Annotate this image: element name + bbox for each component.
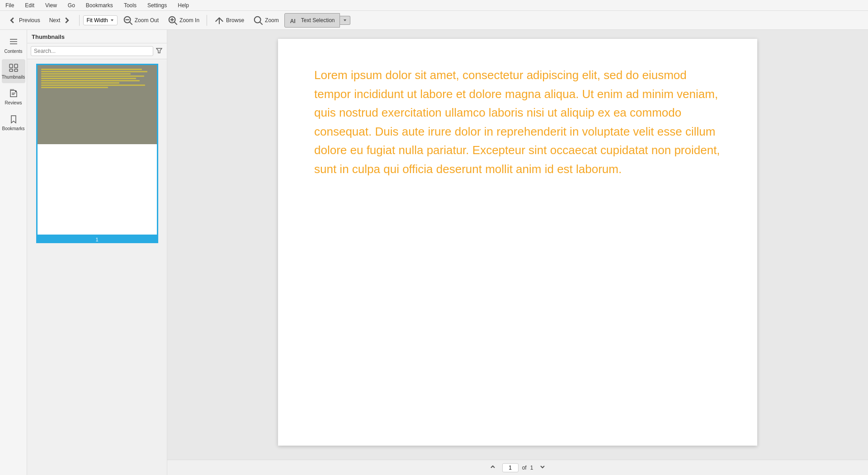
document-page: Lorem ipsum dolor sit amet, consectetur … xyxy=(278,39,757,446)
text-selection-group: AI Text Selection xyxy=(284,13,350,28)
main-layout: Contents Thumbnails Reviews xyxy=(0,30,868,475)
svg-point-22 xyxy=(15,90,17,92)
next-button[interactable]: Next xyxy=(46,14,76,27)
filter-icon xyxy=(156,47,162,54)
zoom-out-icon xyxy=(123,15,133,25)
next-label: Next xyxy=(49,17,61,24)
svg-text:AI: AI xyxy=(290,18,295,24)
thumbnail-line xyxy=(41,85,146,86)
text-selection-label: Text Selection xyxy=(301,17,335,24)
page-up-icon xyxy=(490,464,496,470)
thumbnail-page xyxy=(38,65,157,235)
reviews-icon xyxy=(9,89,19,99)
svg-line-5 xyxy=(175,22,177,25)
dropdown-chevron-icon xyxy=(343,18,347,23)
zoom-out-button[interactable]: Zoom Out xyxy=(119,14,162,27)
thumbnail-line xyxy=(41,71,148,72)
thumbnails-panel: Thumbnails xyxy=(27,30,167,475)
reviews-label: Reviews xyxy=(5,100,22,105)
thumbnail-wrapper xyxy=(36,64,158,236)
separator-1 xyxy=(79,15,80,26)
zoom-out-label: Zoom Out xyxy=(135,17,159,24)
menu-help[interactable]: Help xyxy=(176,1,191,9)
thumbnail-line xyxy=(41,73,131,75)
ai-text-icon: AI xyxy=(289,15,299,25)
thumbnail-line xyxy=(41,80,140,81)
text-selection-dropdown[interactable] xyxy=(340,16,350,25)
sidebar-item-bookmarks[interactable]: Bookmarks xyxy=(2,111,25,135)
sidebar-icons: Contents Thumbnails Reviews xyxy=(0,30,27,475)
thumbnail-white-area xyxy=(38,144,157,235)
svg-rect-17 xyxy=(14,64,18,68)
zoom-in-icon xyxy=(168,15,178,25)
browse-button[interactable]: Browse xyxy=(211,14,248,27)
bookmarks-icon xyxy=(9,114,19,124)
zoom-btn-label: Zoom xyxy=(265,17,279,24)
previous-label: Previous xyxy=(19,17,40,24)
thumbnails-icon xyxy=(9,63,19,73)
menu-go[interactable]: Go xyxy=(66,1,77,9)
sidebar-item-reviews[interactable]: Reviews xyxy=(2,85,25,109)
page-prev-button[interactable] xyxy=(487,463,499,472)
browse-icon xyxy=(214,15,224,25)
thumbnail-page-number: 1 xyxy=(36,236,158,243)
thumbnails-content[interactable]: 1 xyxy=(27,59,167,475)
svg-line-2 xyxy=(130,22,132,25)
dropdown-arrow-icon xyxy=(110,18,114,23)
browse-label: Browse xyxy=(226,17,244,24)
previous-button[interactable]: Previous xyxy=(4,14,44,27)
svg-marker-12 xyxy=(344,19,346,21)
chevron-left-icon xyxy=(7,15,17,25)
page-next-button[interactable] xyxy=(537,463,548,472)
menu-view[interactable]: View xyxy=(43,1,59,9)
separator-2 xyxy=(207,15,207,26)
menu-settings[interactable]: Settings xyxy=(146,1,169,9)
document-text[interactable]: Lorem ipsum dolor sit amet, consectetur … xyxy=(314,66,721,179)
thumbnail-item-1[interactable]: 1 xyxy=(32,64,162,243)
zoom-level-label: Fit Width xyxy=(86,17,108,24)
thumbnails-title: Thumbnails xyxy=(27,30,167,43)
page-down-icon xyxy=(539,464,546,470)
menu-bookmarks[interactable]: Bookmarks xyxy=(84,1,115,9)
zoom-icon xyxy=(253,15,263,25)
sidebar-item-thumbnails[interactable]: Thumbnails xyxy=(2,59,25,83)
document-area: Lorem ipsum dolor sit amet, consectetur … xyxy=(167,30,868,475)
zoom-in-button[interactable]: Zoom In xyxy=(164,14,203,27)
thumbnails-label: Thumbnails xyxy=(2,75,25,80)
svg-line-10 xyxy=(260,22,263,25)
svg-marker-23 xyxy=(156,48,162,53)
page-navigation: of 1 xyxy=(167,460,868,475)
menu-tools[interactable]: Tools xyxy=(122,1,138,9)
menu-bar: File Edit View Go Bookmarks Tools Settin… xyxy=(0,0,868,11)
filter-button[interactable] xyxy=(155,47,163,56)
chevron-right-icon xyxy=(62,15,72,25)
page-input[interactable] xyxy=(502,463,519,472)
thumbnail-line xyxy=(41,75,144,77)
contents-icon xyxy=(9,37,19,47)
svg-point-9 xyxy=(255,16,261,23)
svg-rect-18 xyxy=(9,69,13,71)
zoom-in-label: Zoom In xyxy=(179,17,199,24)
thumbnail-line xyxy=(41,78,137,79)
zoom-select[interactable]: Fit Width xyxy=(83,15,117,25)
text-selection-button[interactable]: AI Text Selection xyxy=(284,13,340,28)
sidebar-item-contents[interactable]: Contents xyxy=(2,33,25,57)
thumbnail-line xyxy=(41,87,108,88)
toolbar: Previous Next Fit Width Zoom Out Zoom In xyxy=(0,11,868,30)
svg-rect-16 xyxy=(9,64,13,68)
thumbnail-line xyxy=(41,69,142,70)
menu-file[interactable]: File xyxy=(4,1,16,9)
page-total: 1 xyxy=(530,465,533,471)
page-of-label: of xyxy=(522,465,527,471)
thumbnail-gray-area xyxy=(38,65,157,144)
menu-edit[interactable]: Edit xyxy=(23,1,36,9)
svg-marker-0 xyxy=(111,19,113,21)
thumbnail-text-lines xyxy=(41,69,153,88)
bookmarks-label: Bookmarks xyxy=(2,126,25,131)
thumbnail-line xyxy=(41,82,120,84)
search-input[interactable] xyxy=(31,46,153,56)
thumbnails-search-bar xyxy=(27,43,167,59)
contents-label: Contents xyxy=(4,49,22,54)
document-scroll[interactable]: Lorem ipsum dolor sit amet, consectetur … xyxy=(167,30,868,460)
zoom-btn[interactable]: Zoom xyxy=(250,14,283,27)
